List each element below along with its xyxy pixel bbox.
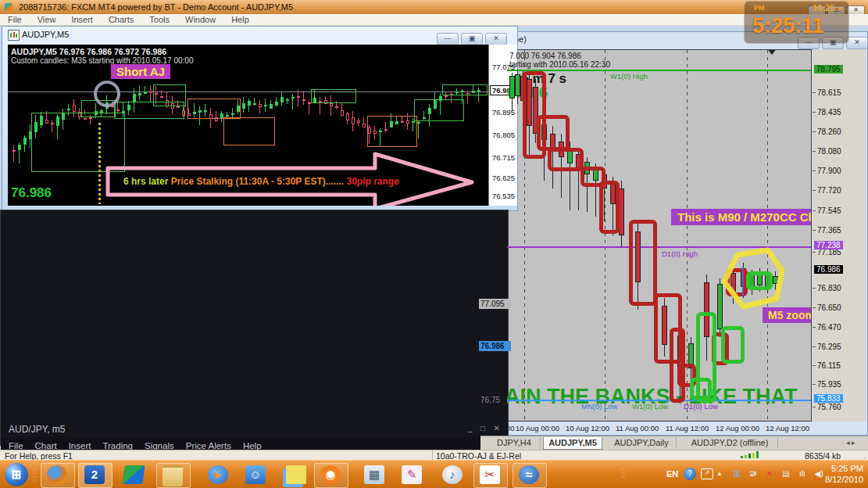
menu-item-window[interactable]: Window xyxy=(185,14,216,25)
close-icon[interactable]: ✕ xyxy=(485,33,507,45)
maximize-icon[interactable]: ▣ xyxy=(461,33,483,45)
price-label-current: 76.986 xyxy=(479,341,511,351)
price-tick xyxy=(813,151,816,152)
tab-audjpy-daily[interactable]: AUDJPY,Daily xyxy=(607,437,677,449)
tab-scroll-icons[interactable]: ◂ ▸ xyxy=(846,439,855,447)
pattern-box-orange xyxy=(188,99,241,119)
date-tick-label: 10 Aug 00:00 xyxy=(516,424,559,432)
main-titlebar: 2088715736: FXCM MT4 powered by BT - Dem… xyxy=(0,0,868,14)
display-icon[interactable]: 🖳 xyxy=(747,468,759,479)
price-tick xyxy=(813,112,816,113)
price-tick xyxy=(813,230,816,231)
messenger-icon[interactable]: ☺ xyxy=(245,465,266,484)
firefox-icon[interactable] xyxy=(47,465,67,484)
accessory-icon[interactable] xyxy=(122,465,145,484)
action-center-icon[interactable]: ✕ xyxy=(763,468,776,479)
date-tick-label: 10 Aug 12:00 xyxy=(566,424,609,432)
candle-wick xyxy=(303,91,304,105)
candle-body xyxy=(144,92,147,94)
candle-body xyxy=(773,276,778,284)
statusbar: For Help, press F1 10a0-TRO-AJ & EJ-Rel … xyxy=(0,450,868,461)
arrow-text-red: 30pip range xyxy=(344,176,399,187)
pattern-box-green xyxy=(31,113,125,172)
custom-candle-green xyxy=(721,326,745,364)
language-indicator[interactable]: EN xyxy=(666,469,678,479)
volume-icon[interactable]: ◀) xyxy=(813,468,825,479)
mt4-icon[interactable]: 2 xyxy=(84,465,105,484)
menu-item-tools[interactable]: Tools xyxy=(149,14,170,25)
candle-body xyxy=(717,284,723,329)
sticky-notes-icon[interactable] xyxy=(286,465,306,484)
gom-player-icon[interactable]: ◎ xyxy=(320,465,341,484)
menu-item-insert[interactable]: Insert xyxy=(71,14,93,25)
menu-item-charts[interactable]: Charts xyxy=(109,14,134,25)
minimize-icon[interactable]: — xyxy=(437,33,459,45)
custom-candle-red xyxy=(599,181,620,234)
date-tick-label: 11 Aug 00:00 xyxy=(616,424,659,432)
price-label-top: 77.095 xyxy=(479,299,511,309)
period-marker-icon xyxy=(767,49,777,55)
window-switch-icon[interactable]: ↗ xyxy=(701,468,713,479)
snipping-tool-icon[interactable]: ✂ xyxy=(480,465,500,484)
gadget-alt-time: 16:25 ● xyxy=(813,3,842,13)
date-tick-label: 11 Aug 12:00 xyxy=(666,424,709,432)
main-window-title: 2088715736: FXCM MT4 powered by BT - Dem… xyxy=(19,0,293,14)
calculator-icon[interactable]: ▦ xyxy=(364,465,384,484)
price-tick-label: 76.535 xyxy=(492,192,515,200)
m5-window-title: AUD/JPY, m5 xyxy=(9,424,65,435)
tray-grip[interactable]: ∷ ∷ ∷ xyxy=(621,467,624,479)
arrow-text-orange: Price Stalking (11:30A - 5:30P EST).....… xyxy=(168,176,344,187)
windows-explorer-icon[interactable] xyxy=(163,465,183,486)
bar xyxy=(745,455,747,458)
current-price-line xyxy=(8,92,488,92)
menu-item-help[interactable]: Help xyxy=(231,14,249,25)
price-tick-label: 76.115 xyxy=(817,361,841,370)
candle-body xyxy=(417,122,420,124)
candle-body xyxy=(341,110,344,116)
price-tick xyxy=(813,365,816,366)
itunes-icon[interactable]: ♪ xyxy=(442,465,463,484)
big-chart-plot[interactable]: AIN THE BANKS - LIKE THAT 7.000 76.904 7… xyxy=(506,49,812,422)
clock-gadget[interactable]: PM 16:25 ● 5:25:11 xyxy=(744,1,849,44)
arrow-text-green: 6 hrs later xyxy=(123,176,168,187)
tray-clock[interactable]: 5:25 PM 8/12/2010 xyxy=(825,463,863,485)
gadget-time: 5:25:11 xyxy=(752,14,824,38)
tray-expand-icon[interactable]: ▲ xyxy=(716,470,723,477)
close-icon[interactable]: ✕ xyxy=(846,37,868,49)
media-player-icon[interactable]: ▸ xyxy=(208,465,228,484)
pattern-box-green xyxy=(153,84,186,106)
tab-djpy-h4[interactable]: DJPY,H4 xyxy=(488,437,541,449)
price-tick xyxy=(813,307,816,308)
m5-caption-buttons[interactable]: _ □ ✕ xyxy=(467,424,503,432)
candle-body xyxy=(352,117,355,124)
price-tick xyxy=(813,346,816,347)
start-button[interactable]: ⊞ xyxy=(5,463,28,486)
left-chart-plot[interactable]: AUDJPY,M5 76.976 76.986 76.972 76.986 Cu… xyxy=(8,45,488,206)
openoffice-icon[interactable]: ≈ xyxy=(519,465,539,484)
tab-audjpy-d2-offline-[interactable]: AUDJPY,D2 (offline) xyxy=(682,437,778,449)
big-chart-time-axis: 0010 Aug 00:0010 Aug 12:0011 Aug 00:0011… xyxy=(506,422,812,434)
price-tick-label: 76.295 xyxy=(817,343,841,351)
network-icon[interactable]: ılı xyxy=(796,468,809,479)
pattern-box-green xyxy=(442,84,488,95)
chart-ohlc-info: 7.000 76.904 76.986 xyxy=(509,52,581,60)
menu-item-view[interactable]: View xyxy=(38,14,56,25)
gridline-vertical xyxy=(605,50,605,422)
chart-type-annotation: This is M90 / M270CC Chart xyxy=(671,209,812,225)
remote-icon[interactable]: ▥ xyxy=(730,468,743,479)
candle-body xyxy=(363,124,366,127)
help-icon[interactable]: ? xyxy=(684,468,696,480)
clipboard-icon[interactable]: ▤ xyxy=(780,468,792,479)
arrow-annotation-text: 6 hrs later Price Stalking (11:30A - 5:3… xyxy=(123,176,399,187)
price-tick xyxy=(813,327,816,328)
price-tick-label: 78.260 xyxy=(817,127,841,136)
candle-body xyxy=(335,106,338,108)
paint-icon[interactable]: ✎ xyxy=(402,465,422,484)
tab-audjpy-m5[interactable]: AUDJPY,M5 xyxy=(543,437,602,450)
price-highlight-purple: 77.238 xyxy=(814,241,843,249)
candle-body xyxy=(619,188,624,235)
taskbar-grip[interactable]: ∷∷∷∷ xyxy=(33,467,39,483)
menu-item-file[interactable]: File xyxy=(8,14,22,25)
candle-body xyxy=(259,104,262,107)
price-tick-label: 77.365 xyxy=(817,226,841,235)
